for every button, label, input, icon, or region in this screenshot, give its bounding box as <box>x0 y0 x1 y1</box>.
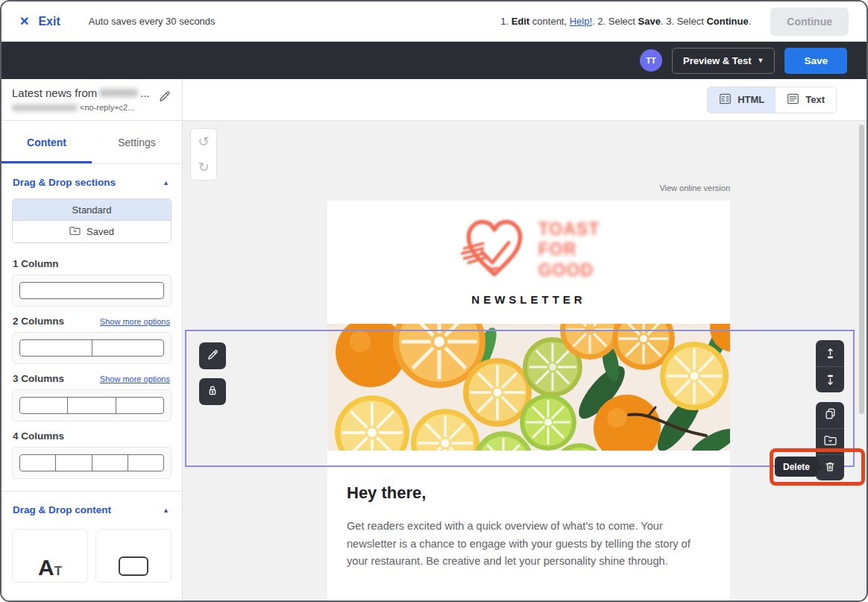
avatar[interactable]: TT <box>640 49 662 72</box>
logo-wordmark: TOAST FOR GOOD <box>538 219 600 281</box>
lock-icon <box>207 384 218 400</box>
column-cell <box>20 455 56 471</box>
collapse-arrow-icon: ▲ <box>163 507 169 514</box>
html-view-icon <box>719 93 732 107</box>
newsletter-title: NEWSLETTER <box>327 293 730 306</box>
save-section-button[interactable] <box>816 428 844 454</box>
column-label: 4 Columns <box>13 430 64 442</box>
campaign-header: Latest news from ... <no-reply+c2... <box>1 79 182 121</box>
heart-hands-logo-icon <box>458 213 531 287</box>
redo-button[interactable]: ↻ <box>191 154 216 180</box>
add-section-below-button[interactable] <box>816 366 844 392</box>
email-preview: View online version <box>327 121 730 601</box>
email-heading[interactable]: Hey there, <box>347 483 711 503</box>
tab-settings[interactable]: Settings <box>92 121 182 163</box>
button-content-tile[interactable] <box>95 529 172 583</box>
undo-redo-box: ↺ ↻ <box>190 128 217 181</box>
column-cell <box>92 455 128 471</box>
column-sections: 1 Column2 ColumnsShow more options3 Colu… <box>1 249 182 479</box>
column-cell <box>56 455 92 471</box>
saved-sections-button[interactable]: Saved <box>13 221 171 242</box>
add-section-above-button[interactable] <box>816 340 844 366</box>
folder-icon <box>69 226 81 238</box>
text-block-icon: AT <box>38 556 62 579</box>
trash-icon <box>824 460 836 476</box>
column-label: 2 Columns <box>13 316 64 327</box>
delete-tooltip: Delete <box>775 457 818 477</box>
preview-and-test-button[interactable]: Preview & Test ▼ <box>672 48 775 74</box>
duplicate-icon <box>824 407 837 423</box>
email-paragraph[interactable]: Get readers excited with a quick overvie… <box>347 518 711 571</box>
redacted-title-text <box>99 89 138 97</box>
column-cell <box>20 398 68 413</box>
column-layout-option[interactable] <box>12 447 172 479</box>
column-label: 3 Columns <box>13 373 64 384</box>
exit-button[interactable]: ✕ Exit <box>19 14 60 28</box>
column-layout-option[interactable] <box>12 389 172 421</box>
brand-logo: TOAST FOR GOOD <box>327 201 730 287</box>
help-link[interactable]: Help! <box>570 16 592 27</box>
sidebar-tabs: Content Settings <box>1 121 182 164</box>
pencil-icon <box>207 348 219 364</box>
drag-drop-sections-header[interactable]: Drag & Drop sections ▲ <box>1 164 182 195</box>
folder-icon <box>824 435 837 449</box>
text-content-tile[interactable]: AT <box>12 529 88 583</box>
view-online-link[interactable]: View online version <box>327 184 730 192</box>
collapse-arrow-icon: ▲ <box>163 179 169 186</box>
column-cell <box>128 455 163 471</box>
column-layout-option[interactable] <box>12 332 172 364</box>
citrus-hero-image[interactable] <box>327 324 730 451</box>
text-view-icon <box>787 93 799 107</box>
standard-sections-button[interactable]: Standard <box>13 199 171 221</box>
tab-content[interactable]: Content <box>1 121 92 163</box>
lock-section-button[interactable] <box>199 378 226 405</box>
text-view-button[interactable]: Text <box>776 87 836 113</box>
step-instructions: 1. Edit content, Help!. 2. Select Save. … <box>500 16 751 27</box>
column-cell <box>116 398 163 413</box>
view-mode-bar: HTML Text <box>183 79 867 121</box>
save-button[interactable]: Save <box>784 48 847 74</box>
show-more-options-link[interactable]: Show more options <box>100 374 170 383</box>
edit-title-pencil-icon[interactable] <box>158 90 172 106</box>
autosave-status: Auto saves every 30 seconds <box>89 16 216 27</box>
undo-button[interactable]: ↺ <box>191 129 216 154</box>
duplicate-section-button[interactable] <box>816 402 844 428</box>
editor-canvas: HTML Text ↺ ↻ View on <box>183 79 867 601</box>
sections-type-switch: Standard Saved <box>12 198 172 243</box>
show-more-options-link[interactable]: Show more options <box>100 317 170 326</box>
vertical-scrollbar[interactable] <box>859 125 864 414</box>
column-label: 1 Column <box>13 258 59 269</box>
html-text-toggle: HTML Text <box>707 87 837 113</box>
top-bar: ✕ Exit Auto saves every 30 seconds 1. Ed… <box>1 1 867 42</box>
close-icon: ✕ <box>19 14 29 28</box>
exit-label: Exit <box>38 15 60 28</box>
active-tab-indicator <box>1 161 92 163</box>
chevron-down-icon: ▼ <box>758 57 764 64</box>
sender-address: <no-reply+c2... <box>12 103 172 112</box>
editor-nav-bar: TT Preview & Test ▼ Save <box>1 42 867 79</box>
html-view-button[interactable]: HTML <box>708 87 776 113</box>
email-body: TOAST FOR GOOD NEWSLETTER <box>327 201 730 601</box>
column-cell <box>68 398 116 413</box>
add-section-toolbar <box>816 340 844 392</box>
column-cell <box>20 340 92 356</box>
column-cell <box>20 283 163 298</box>
drag-drop-content-header[interactable]: Drag & Drop content ▲ <box>1 492 182 523</box>
campaign-title: Latest news from ... <box>12 87 172 99</box>
redacted-sender-text <box>12 104 78 111</box>
column-layout-option[interactable] <box>12 275 172 307</box>
edit-section-button[interactable] <box>199 342 226 369</box>
continue-button[interactable]: Continue <box>770 7 849 36</box>
column-cell <box>92 340 164 356</box>
email-editor-window: ✕ Exit Auto saves every 30 seconds 1. Ed… <box>0 0 868 602</box>
sidebar: Latest news from ... <no-reply+c2... Con… <box>1 79 183 601</box>
button-block-icon <box>119 556 148 576</box>
content-tiles: AT <box>12 529 172 583</box>
canvas-area: ↺ ↻ View online version <box>183 121 867 601</box>
